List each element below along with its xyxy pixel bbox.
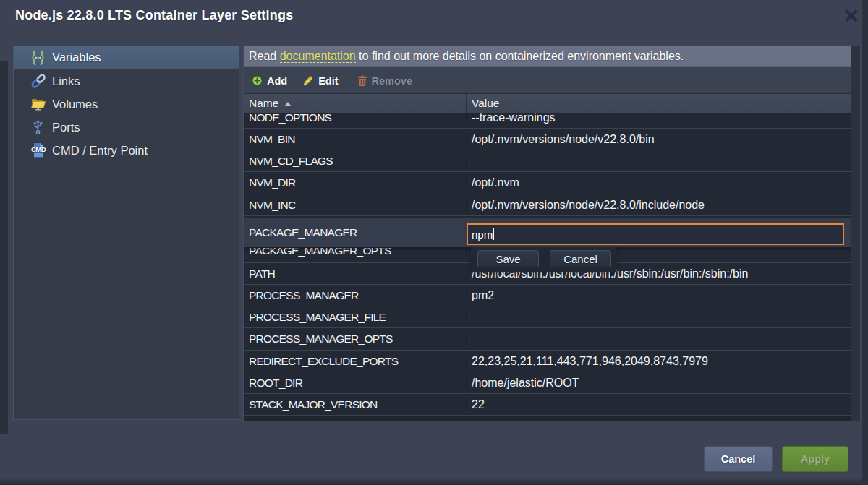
table-row[interactable]: NVM_DIR/opt/.nvm [244, 172, 851, 194]
editor-cancel-button[interactable]: Cancel [550, 250, 611, 267]
cell-name: STACK_MAJOR_VERSION [244, 398, 467, 411]
sidebar-item-label: CMD / Entry Point [52, 144, 148, 158]
close-icon[interactable] [843, 8, 859, 24]
edit-button[interactable]: Edit [302, 75, 338, 87]
value-edit-text: npm [472, 228, 493, 241]
table-row[interactable]: ROOT_DIR/home/jelastic/ROOT [244, 372, 851, 394]
cell-name: ROOT_DIR [244, 377, 467, 390]
cell-value: pm2 [467, 289, 851, 302]
sidebar-item-label: Links [52, 74, 80, 88]
sidebar-item-volumes[interactable]: Volumes [14, 93, 239, 116]
sidebar-item-variables[interactable]: Variables [14, 46, 239, 69]
cell-name: PATH [244, 267, 467, 280]
cell-name: PROCESS_MANAGER_FILE [244, 311, 467, 324]
add-icon [252, 75, 263, 86]
cell-value: 22,23,25,21,111,443,771,946,2049,8743,79… [467, 355, 851, 368]
sidebar-item-label: Volumes [52, 98, 98, 111]
dialog-apply-button[interactable]: Apply [782, 446, 848, 472]
text-caret [493, 228, 494, 240]
sidebar-item-label: Ports [52, 121, 80, 134]
save-button[interactable]: Save [477, 250, 539, 267]
table-row[interactable]: REDIRECT_EXCLUDE_PORTS22,23,25,21,111,44… [244, 351, 851, 372]
cell-name: NVM_BIN [244, 133, 467, 146]
link-icon [30, 73, 46, 89]
table-row[interactable]: NVM_BIN/opt/.nvm/versions/node/v22.8.0/b… [244, 129, 851, 150]
table-body: NODE_OPTIONS--trace-warningsNVM_BIN/opt/… [244, 113, 851, 421]
folder-icon [30, 97, 46, 111]
sort-asc-icon [284, 102, 292, 106]
usb-icon [33, 119, 43, 135]
sidebar-item-label: Variables [52, 51, 101, 64]
cell-value: /home/jelastic/ROOT [467, 377, 851, 390]
column-header-name[interactable]: Name [244, 94, 467, 113]
table-row[interactable]: STACK_MAJOR_VERSION22 [244, 394, 851, 416]
toolbar: Add Edit Remove [244, 67, 851, 94]
table-row[interactable]: PROCESS_MANAGER_OPTS [244, 328, 851, 351]
info-bar: Read documentation to find out more deta… [244, 46, 851, 67]
cmd-icon: CMD [29, 142, 48, 159]
add-button[interactable]: Add [252, 75, 287, 87]
column-name-label: Name [249, 97, 278, 110]
sidebar-item-links[interactable]: Links [14, 69, 239, 93]
cell-value: /opt/.nvm [467, 176, 851, 189]
info-text-prefix: Read [249, 50, 280, 63]
background-strip [0, 61, 8, 434]
column-header-value[interactable]: Value [467, 94, 851, 113]
info-text-suffix: to find out more details on containerize… [356, 50, 684, 63]
table-row[interactable]: PROCESS_MANAGER_FILE [244, 306, 851, 328]
remove-button[interactable]: Remove [357, 75, 412, 87]
dialog-title: Node.js 22.8.0 LTS Container Layer Setti… [15, 8, 293, 23]
sidebar: Variables Links Volumes [13, 46, 239, 420]
cell-name: PROCESS_MANAGER [244, 289, 467, 302]
cell-value: --trace-warnings [467, 113, 851, 124]
add-label: Add [267, 75, 287, 87]
dialog-cancel-button[interactable]: Cancel [704, 446, 773, 472]
cell-name: PROCESS_MANAGER_OPTS [244, 332, 467, 345]
cell-name: NVM_INC [244, 199, 467, 212]
svg-text:CMD: CMD [31, 145, 46, 153]
variables-panel: Read documentation to find out more deta… [243, 46, 861, 421]
editor-buttons-popup: Save Cancel [471, 247, 617, 272]
row-editor: PACKAGE_MANAGER npm [244, 218, 851, 248]
braces-icon [30, 50, 46, 66]
scrollbar-gutter [851, 46, 860, 421]
table-header: Name Value [244, 93, 851, 113]
edit-icon [302, 75, 314, 87]
dialog-bottom-edge [0, 478, 868, 485]
edit-label: Edit [318, 75, 338, 87]
cell-name: NVM_DIR [244, 176, 467, 189]
trash-icon [357, 75, 367, 87]
background-strip-right [862, 0, 868, 485]
table-row[interactable]: NVM_CD_FLAGS [244, 150, 851, 172]
table-row[interactable]: NODE_OPTIONS--trace-warnings [244, 113, 851, 129]
sidebar-item-cmd[interactable]: CMD CMD / Entry Point [14, 139, 239, 162]
column-value-label: Value [472, 97, 500, 110]
documentation-link[interactable]: documentation [280, 50, 356, 64]
remove-label: Remove [372, 75, 412, 87]
editing-row-name: PACKAGE_MANAGER [249, 218, 357, 247]
cell-value: 22 [467, 398, 851, 411]
cell-value: /opt/.nvm/versions/node/v22.8.0/include/… [467, 199, 851, 212]
cell-value: /opt/.nvm/versions/node/v22.8.0/bin [467, 133, 851, 146]
cell-name: NVM_CD_FLAGS [244, 155, 467, 168]
sidebar-item-ports[interactable]: Ports [14, 116, 239, 139]
cell-name: NODE_OPTIONS [244, 113, 467, 124]
cell-name: REDIRECT_EXCLUDE_PORTS [244, 355, 467, 368]
table-row[interactable]: NVM_INC/opt/.nvm/versions/node/v22.8.0/i… [244, 194, 851, 216]
value-edit-input[interactable]: npm [467, 223, 844, 245]
table-row[interactable]: PROCESS_MANAGERpm2 [244, 285, 851, 306]
